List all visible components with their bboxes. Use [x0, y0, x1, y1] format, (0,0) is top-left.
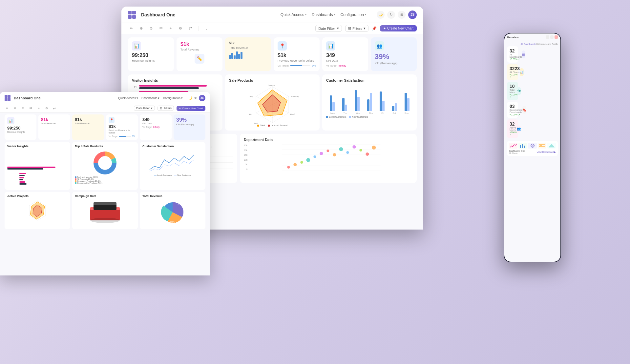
- grid-icon[interactable]: ⊞: [398, 11, 406, 19]
- bar-new-fri: [382, 101, 385, 111]
- svg-point-22: [301, 161, 303, 164]
- create-chart-button[interactable]: ✦ Create New Chart: [380, 25, 417, 31]
- filters-button[interactable]: ⊟ Filters ▾: [345, 25, 368, 32]
- svg-point-20: [287, 166, 290, 169]
- svg-point-59: [90, 218, 120, 223]
- vs-progress-bar: [290, 65, 311, 66]
- refresh-icon[interactable]: ↻: [387, 11, 395, 19]
- main-header: Dashboard One Quick Access ▾ Dashboards …: [121, 7, 423, 23]
- t-search-icon[interactable]: ⊕: [12, 106, 18, 111]
- stat-value-32-users: 32: [510, 121, 517, 127]
- bookmark-icon[interactable]: ⌖: [167, 25, 174, 32]
- t-bookmark-icon[interactable]: ⌖: [36, 106, 41, 111]
- t-edit-icon[interactable]: ✏: [5, 106, 10, 111]
- department-chart-area: 25k 20k 15k 10k 5k 0: [244, 144, 413, 172]
- phone-minimize-btn[interactable]: [546, 35, 549, 39]
- department-data-title: Department Data: [244, 138, 413, 142]
- swap-icon[interactable]: ⇄: [187, 25, 194, 32]
- thumb-1: [509, 143, 517, 149]
- tablet-refresh-icon[interactable]: ↻: [194, 96, 197, 100]
- svg-point-21: [294, 163, 297, 166]
- chevron-icon-2: ▾: [158, 96, 159, 100]
- svg-point-33: [372, 146, 376, 150]
- header-actions: 🌙 ↻ ⊞ JS: [377, 10, 417, 19]
- t-more-icon[interactable]: ⋮: [60, 106, 65, 111]
- all-dashboards-link[interactable]: All Dashboards: [521, 43, 536, 45]
- nav-dashboards[interactable]: Dashboards ▾: [312, 12, 335, 17]
- stat-left-users: 32 Active Users +100% ↗: [510, 121, 517, 136]
- bar-loyal-sat: [392, 106, 394, 111]
- t-total-rev-title: Total Revenue: [142, 194, 203, 198]
- customer-legend: Loyal Customers New Customers: [326, 116, 413, 118]
- tablet-header: Dashboard One Quick Access ▾ Dashboards …: [0, 92, 210, 104]
- t-loyal-lbl: Loyal Customers: [157, 174, 172, 176]
- vis-bar-fri: [139, 85, 219, 89]
- phone-stat-maps: 10 Total Maps +0.00% ↗ 🗺: [507, 82, 518, 100]
- mail-icon[interactable]: ✉: [158, 25, 164, 32]
- app-title: Dashboard One: [141, 12, 175, 17]
- t-new-lbl: New Customers: [177, 174, 191, 176]
- tablet-nav-dashboards[interactable]: Dashboards ▾: [141, 96, 160, 100]
- kpi-sub-total: $1k: [229, 41, 267, 45]
- t-mail-icon[interactable]: ✉: [28, 106, 33, 111]
- view-dashboard-link[interactable]: View Dashboard ▶: [537, 151, 556, 153]
- vis-label-fri: Fri: [132, 86, 137, 89]
- tablet-nav-config[interactable]: Configuration ▾: [163, 96, 183, 100]
- vs-row: Vs Target 8%: [278, 64, 316, 67]
- dashboard-name-area: Dashboard One 56 Charts: [509, 150, 525, 154]
- svg-point-23: [306, 158, 310, 162]
- stat-icon-bookmark: 🔖: [522, 106, 526, 114]
- phone-stat-users: 32 Active Users +100% ↗ 👥: [507, 119, 518, 138]
- legend-new-label: New Customers: [352, 116, 368, 118]
- scatter-area: [250, 144, 413, 172]
- svg-text:May: May: [249, 113, 252, 115]
- kpi-label-prev: Previous Revenue in dollars: [278, 59, 316, 62]
- sale-products-title: Sale Products: [229, 78, 316, 82]
- tablet-kpi-row: 📊 99:250 Revenue Insights $1k Total Reve…: [0, 112, 210, 142]
- tablet-toolbar: ✏ ⊕ ⊘ ✉ ⌖ ⚙ ⇄ ⋮ Date Filter ▾ ⊟ Filters …: [0, 104, 210, 112]
- stat-label-charts: All Charts: [510, 71, 520, 73]
- phone-expand-btn[interactable]: [550, 35, 554, 39]
- stat-icon-chart: 📊: [520, 68, 524, 76]
- nav-configuration[interactable]: Configuration ▾: [341, 12, 366, 17]
- settings-icon[interactable]: ⚙: [177, 25, 184, 32]
- tablet-avatar[interactable]: JS: [199, 95, 205, 101]
- tablet-date-filter[interactable]: Date Filter ▾: [134, 106, 155, 111]
- upload-icon[interactable]: ⊘: [148, 25, 154, 32]
- moon-icon[interactable]: 🌙: [377, 11, 385, 19]
- customer-satisfaction-card: Customer Satisfaction: [322, 74, 417, 131]
- t-vs-lbl-2: Vs Target: [142, 126, 152, 128]
- tablet-filter-btn[interactable]: ⊟ Filters: [158, 106, 174, 111]
- kpi-row: 📊 99:250 Revenue Insights $1k Total Reve…: [121, 34, 423, 74]
- phone-close-btn[interactable]: [555, 35, 558, 39]
- t-swap-icon[interactable]: ⇄: [52, 106, 57, 111]
- bar-new-sat: [395, 103, 397, 111]
- t-settings-icon[interactable]: ⚙: [44, 106, 49, 111]
- pin-icon[interactable]: 📌: [372, 26, 377, 31]
- stat-label-dashboards: All Dashboards: [510, 53, 522, 58]
- legend-untaxed-label: Untaxed Amount: [271, 124, 288, 127]
- kpi-value-prev: $1k: [278, 52, 316, 58]
- stat-icon-grid: ▦: [522, 51, 525, 58]
- tablet-moon-icon[interactable]: 🌙: [189, 96, 192, 100]
- x-tue: Tue: [343, 112, 347, 114]
- avatar[interactable]: JS: [408, 10, 417, 19]
- t-upload-icon[interactable]: ⊘: [20, 106, 26, 111]
- t-cust-new: New Customers: [174, 174, 191, 176]
- nav-quick-access[interactable]: Quick Access ▾: [281, 12, 306, 17]
- header-nav: Quick Access ▾ Dashboards ▾ Configuratio…: [281, 12, 366, 17]
- bar-loyal-mon: [330, 95, 332, 111]
- edit-icon[interactable]: ✏: [128, 25, 135, 32]
- tablet-nav-quick[interactable]: Quick Access ▾: [118, 96, 138, 100]
- kpi-value-revenue: 99:250: [132, 52, 170, 58]
- svg-rect-34: [520, 145, 521, 148]
- stat-change-dashboards: +0.05% ↗: [510, 58, 522, 61]
- more-icon[interactable]: ⋮: [203, 25, 210, 32]
- t-kpi-revenue: 📊 99:250 Revenue Insights: [5, 114, 36, 140]
- search-icon[interactable]: ⊕: [138, 25, 144, 32]
- stat-value-3223: 3223: [510, 66, 520, 71]
- chevron-down-icon: ▾: [334, 13, 335, 16]
- svg-point-30: [353, 145, 356, 149]
- tablet-create-chart-button[interactable]: ✦ Create New Chart: [177, 106, 205, 111]
- date-filter[interactable]: Date Filter ▾: [315, 25, 342, 32]
